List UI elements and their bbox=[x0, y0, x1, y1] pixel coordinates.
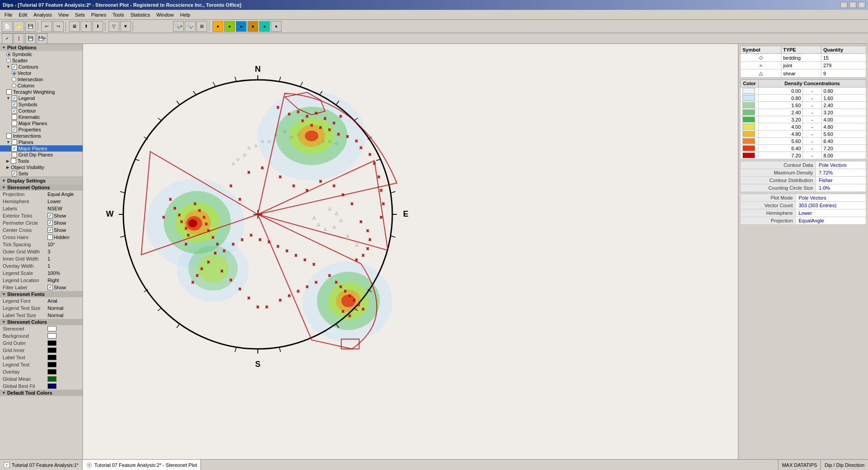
hemisphere-info-value: Lower bbox=[796, 209, 866, 217]
menu-tools[interactable]: Tools bbox=[110, 11, 127, 18]
menu-file[interactable]: File bbox=[2, 11, 15, 18]
properties-checkbox[interactable] bbox=[12, 127, 17, 132]
center-cross-checkbox[interactable] bbox=[48, 227, 53, 233]
major-planes-node[interactable]: Major Planes bbox=[0, 145, 82, 152]
tab2[interactable]: Tutorial 07 Feature Analysis:2* - Stereo… bbox=[82, 460, 201, 470]
menu-window[interactable]: Window bbox=[154, 11, 177, 18]
color3-btn[interactable]: ● bbox=[236, 21, 247, 32]
contours-checkbox[interactable] bbox=[12, 64, 17, 70]
tab1[interactable]: T Tutorial 07 Feature Analysis:1* bbox=[0, 460, 82, 470]
save-btn[interactable]: 💾 bbox=[25, 21, 36, 32]
save3-btn[interactable]: 💾+ bbox=[37, 33, 48, 44]
symbolic-radio[interactable] bbox=[6, 52, 11, 57]
vector-radio[interactable] bbox=[12, 71, 16, 75]
kinematic-option[interactable]: Kinematic bbox=[0, 114, 82, 120]
color2-btn[interactable]: ● bbox=[224, 21, 235, 32]
menu-view[interactable]: View bbox=[56, 11, 72, 18]
undo-btn[interactable]: ↩ bbox=[41, 21, 52, 32]
menu-edit[interactable]: Edit bbox=[16, 11, 30, 18]
column-option[interactable]: Column bbox=[0, 83, 82, 89]
intersections-checkbox[interactable] bbox=[6, 133, 12, 139]
symbols-checkbox[interactable] bbox=[12, 102, 17, 107]
global-mean-swatch[interactable] bbox=[48, 376, 56, 382]
open-btn[interactable]: 📁 bbox=[13, 21, 24, 32]
check-btn[interactable]: ✓ bbox=[2, 33, 13, 44]
intersection-option[interactable]: Intersection bbox=[0, 76, 82, 83]
intersection-radio[interactable] bbox=[12, 77, 16, 82]
grid-dip-checkbox[interactable] bbox=[12, 152, 17, 157]
minimize-btn[interactable]: − bbox=[840, 2, 847, 8]
display-settings-header[interactable]: ▼ Display Settings bbox=[0, 177, 82, 184]
legend-checkbox[interactable] bbox=[12, 96, 17, 101]
filter2-btn[interactable]: ▼ bbox=[120, 21, 131, 32]
legend-text-swatch[interactable] bbox=[48, 362, 56, 367]
svg-text:×: × bbox=[265, 305, 268, 309]
tools-checkbox[interactable] bbox=[11, 158, 16, 164]
zoom-out-btn[interactable]: 🔍- bbox=[185, 21, 195, 32]
intersections-option[interactable]: Intersections bbox=[0, 133, 82, 139]
planes-checkbox[interactable] bbox=[12, 139, 17, 145]
tools-option[interactable]: ▶ Tools bbox=[0, 158, 82, 164]
max-datatips: MAX DATATIPS bbox=[778, 460, 820, 470]
dtc-expand: ▼ bbox=[2, 391, 6, 395]
major-planes-legend[interactable]: Major Planes bbox=[0, 120, 82, 126]
scatter-option[interactable]: Scatter bbox=[0, 57, 82, 64]
global-best-fit-swatch[interactable] bbox=[48, 383, 56, 389]
print-btn[interactable]: 🖥 bbox=[69, 21, 80, 32]
object-vis-option[interactable]: ▶ Object Visibility bbox=[0, 164, 82, 170]
symbols-option[interactable]: Symbols bbox=[0, 101, 82, 108]
menu-analysis[interactable]: Analysis bbox=[31, 11, 55, 18]
planes-option[interactable]: ▼ Planes bbox=[0, 139, 82, 145]
menu-sets[interactable]: Sets bbox=[72, 11, 87, 18]
perim-circle-checkbox[interactable] bbox=[48, 220, 53, 226]
export-btn[interactable]: ⬆ bbox=[81, 21, 91, 32]
grid-inner-swatch[interactable] bbox=[48, 348, 56, 353]
ext-ticks-checkbox[interactable] bbox=[48, 213, 53, 218]
color6-btn[interactable]: ● bbox=[271, 21, 282, 32]
label-text-swatch[interactable] bbox=[48, 355, 56, 360]
background-swatch[interactable] bbox=[48, 333, 56, 339]
grid-dip-planes[interactable]: Grid Dip Planes bbox=[0, 152, 82, 158]
sets-option[interactable]: Sets bbox=[0, 170, 82, 177]
contour-checkbox[interactable] bbox=[12, 108, 17, 113]
plot-options-header[interactable]: ▼ Plot Options bbox=[0, 44, 82, 51]
menu-help[interactable]: Help bbox=[178, 11, 193, 18]
symbolic-option[interactable]: Symbolic bbox=[0, 51, 82, 57]
filter-btn[interactable]: ▽ bbox=[108, 21, 119, 32]
contour-option[interactable]: Contour bbox=[0, 108, 82, 114]
scatter-radio[interactable] bbox=[6, 58, 11, 63]
import-btn[interactable]: ⬇ bbox=[92, 21, 103, 32]
terzaghi-checkbox[interactable] bbox=[6, 89, 12, 95]
terzaghi-option[interactable]: Terzaghi Weighting bbox=[0, 89, 82, 95]
sets-checkbox[interactable] bbox=[12, 171, 17, 176]
major-planes-legend-cb[interactable] bbox=[12, 121, 17, 126]
color5-btn[interactable]: ● bbox=[259, 21, 270, 32]
close-btn[interactable]: × bbox=[858, 2, 865, 8]
column-radio[interactable] bbox=[12, 83, 16, 88]
pin-btn[interactable]: | bbox=[13, 33, 24, 44]
new-btn[interactable]: 📄 bbox=[2, 21, 13, 32]
color1-btn[interactable]: ● bbox=[213, 21, 223, 32]
grid-outer-swatch[interactable] bbox=[48, 340, 56, 346]
cross-hairs-checkbox[interactable] bbox=[48, 235, 53, 240]
overlay-swatch[interactable] bbox=[48, 369, 56, 374]
filter-label-checkbox[interactable] bbox=[48, 285, 53, 290]
maximize-btn[interactable]: □ bbox=[849, 2, 856, 8]
svg-text:×: × bbox=[259, 237, 261, 242]
stereonet-swatch[interactable] bbox=[48, 326, 56, 331]
vector-option[interactable]: Vector bbox=[0, 70, 82, 76]
major-planes-cb[interactable] bbox=[12, 146, 17, 151]
kinematic-checkbox[interactable] bbox=[12, 114, 17, 120]
menu-statistics[interactable]: Statistics bbox=[128, 11, 153, 18]
contours-option[interactable]: ▼ Contours bbox=[0, 64, 82, 70]
legend-option[interactable]: ▼ Legend bbox=[0, 95, 82, 101]
redo-btn[interactable]: ↪ bbox=[53, 21, 64, 32]
properties-option[interactable]: Properties bbox=[0, 126, 82, 133]
color4-btn[interactable]: ● bbox=[247, 21, 258, 32]
svg-text:×: × bbox=[319, 125, 322, 130]
legend-label: Legend bbox=[18, 96, 35, 101]
zoom-fit-btn[interactable]: ⊞ bbox=[196, 21, 207, 32]
zoom-in-btn[interactable]: 🔍+ bbox=[173, 21, 184, 32]
menu-planes[interactable]: Planes bbox=[88, 11, 109, 18]
save2-btn[interactable]: 💾 bbox=[25, 33, 36, 44]
